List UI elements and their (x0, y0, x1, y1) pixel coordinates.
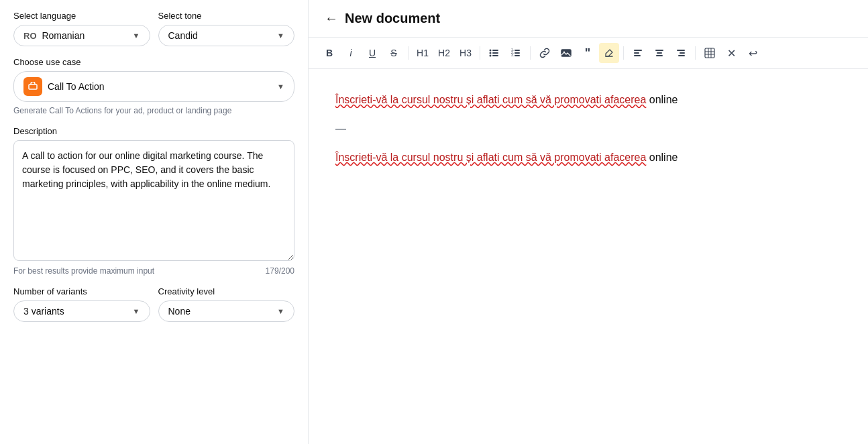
language-flag: RO (23, 31, 37, 41)
toolbar-ordered-list[interactable]: 1. 2. 3. (506, 43, 526, 63)
description-section: Description For best results provide max… (13, 126, 294, 276)
svg-rect-4 (492, 52, 498, 54)
content-line-2: Înscrieti-vă la cursul nostru și aflati … (335, 148, 841, 166)
toolbar-align-left[interactable] (628, 43, 648, 63)
use-case-hint: Generate Call To Actions for your ad, pr… (13, 106, 294, 115)
language-tone-row: Select language RO Romanian ▼ Select ton… (13, 11, 294, 46)
toolbar-align-right[interactable] (671, 43, 691, 63)
toolbar-italic[interactable]: i (341, 43, 361, 63)
svg-rect-16 (634, 52, 639, 54)
svg-rect-21 (677, 50, 685, 51)
creativity-chevron-icon: ▼ (277, 307, 284, 315)
svg-rect-15 (634, 50, 642, 51)
toolbar-strike[interactable]: S (384, 43, 404, 63)
svg-rect-19 (657, 52, 662, 54)
tone-wrapper: Select tone Candid ▼ (158, 11, 295, 46)
toolbar-undo[interactable]: ↩ (743, 43, 763, 63)
svg-point-1 (490, 50, 492, 52)
use-case-left: Call To Action (23, 77, 105, 96)
creativity-value: None (168, 306, 191, 317)
content-text-2-suffix: online (649, 152, 678, 163)
content-text-1: Înscrieti-vă la cursul nostru și aflati … (335, 94, 646, 105)
creativity-wrapper: Creativity level None ▼ (158, 286, 295, 322)
svg-rect-23 (678, 55, 685, 56)
toolbar-clear-format[interactable]: ✕ (721, 43, 741, 63)
content-text-2: Înscrieti-vă la cursul nostru și aflati … (335, 152, 646, 163)
left-panel: Select language RO Romanian ▼ Select ton… (0, 0, 309, 444)
svg-rect-20 (656, 55, 663, 56)
toolbar-image[interactable] (556, 43, 576, 63)
svg-rect-24 (705, 48, 714, 58)
language-select[interactable]: RO Romanian ▼ (13, 25, 150, 46)
language-label: Select language (13, 11, 150, 21)
use-case-select[interactable]: Call To Action ▼ (13, 71, 294, 102)
toolbar-link[interactable] (535, 43, 555, 63)
svg-rect-22 (680, 52, 685, 54)
description-hint: For best results provide maximum input (13, 266, 154, 276)
language-wrapper: Select language RO Romanian ▼ (13, 11, 150, 46)
description-count: 179/200 (266, 266, 294, 276)
language-value: RO Romanian (23, 30, 85, 41)
tone-label: Select tone (158, 11, 295, 21)
tone-value: Candid (168, 30, 198, 41)
toolbar-bullet-list[interactable] (484, 43, 504, 63)
toolbar-h1[interactable]: H1 (413, 43, 433, 63)
toolbar: B i U S H1 H2 H3 1. 2. 3. (309, 38, 868, 69)
toolbar-h3[interactable]: H3 (455, 43, 476, 63)
variants-value: 3 variants (23, 306, 64, 317)
description-footer: For best results provide maximum input 1… (13, 266, 294, 276)
use-case-icon (23, 77, 42, 96)
tone-chevron-icon: ▼ (277, 32, 284, 40)
svg-point-3 (490, 52, 492, 54)
toolbar-table[interactable] (700, 43, 720, 63)
content-line-1: Înscrieti-vă la cursul nostru și aflati … (335, 91, 841, 109)
svg-rect-2 (492, 50, 498, 51)
creativity-label: Creativity level (158, 286, 295, 296)
variants-label: Number of variants (13, 286, 150, 296)
svg-rect-12 (514, 55, 520, 56)
doc-header: ← New document (309, 0, 868, 38)
right-panel: ← New document B i U S H1 H2 H3 1. (309, 0, 868, 444)
use-case-chevron-icon: ▼ (277, 82, 284, 91)
svg-point-5 (490, 55, 492, 57)
svg-rect-18 (655, 50, 663, 51)
toolbar-sep-4 (623, 46, 624, 60)
toolbar-sep-5 (695, 46, 696, 60)
content-separator: — (335, 119, 841, 137)
description-label: Description (13, 126, 294, 136)
svg-rect-6 (492, 55, 498, 56)
description-textarea[interactable] (13, 140, 294, 261)
back-button[interactable]: ← (325, 11, 338, 26)
toolbar-bold[interactable]: B (319, 43, 339, 63)
creativity-select[interactable]: None ▼ (158, 300, 295, 322)
use-case-value: Call To Action (48, 81, 105, 92)
toolbar-h2[interactable]: H2 (434, 43, 454, 63)
editor-content: Înscrieti-vă la cursul nostru și aflati … (335, 91, 841, 167)
toolbar-quote[interactable]: " (578, 43, 598, 63)
tone-select[interactable]: Candid ▼ (158, 25, 295, 46)
language-chevron-icon: ▼ (133, 32, 140, 40)
toolbar-highlight[interactable] (599, 43, 619, 63)
variants-creativity-row: Number of variants 3 variants ▼ Creativi… (13, 286, 294, 322)
use-case-label: Choose use case (13, 57, 294, 67)
svg-rect-17 (634, 55, 641, 56)
variants-wrapper: Number of variants 3 variants ▼ (13, 286, 150, 322)
editor-area[interactable]: Înscrieti-vă la cursul nostru și aflati … (309, 69, 868, 444)
content-text-1-suffix: online (649, 94, 678, 105)
variants-select[interactable]: 3 variants ▼ (13, 300, 150, 322)
variants-chevron-icon: ▼ (133, 307, 140, 315)
toolbar-align-center[interactable] (649, 43, 669, 63)
toolbar-sep-1 (408, 46, 409, 60)
svg-text:3.: 3. (511, 53, 514, 57)
toolbar-underline[interactable]: U (362, 43, 382, 63)
use-case-section: Choose use case Call To Action ▼ Generat… (13, 57, 294, 115)
toolbar-sep-3 (530, 46, 531, 60)
doc-title: New document (345, 11, 440, 26)
svg-rect-0 (29, 85, 37, 89)
toolbar-sep-2 (480, 46, 480, 60)
svg-rect-8 (514, 50, 520, 51)
svg-rect-10 (514, 52, 520, 54)
